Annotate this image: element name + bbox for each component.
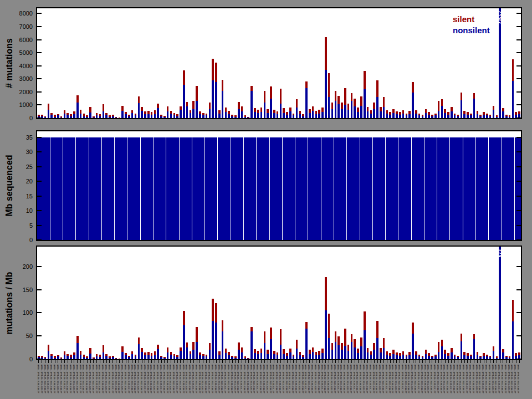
- bar-nonsilent-segment: [512, 81, 514, 118]
- y-tick-label: 0: [7, 356, 33, 362]
- bar-stack: [347, 104, 350, 118]
- x-tick-label-text: W0X84-1PRT-06-0188-01A-TP: [182, 365, 184, 393]
- y-tick-label: 5000: [7, 49, 33, 56]
- bar-stack: [241, 106, 243, 118]
- x-tick-label-text: W0X84-1PRT-06-0188-01A-TP: [359, 365, 361, 393]
- bar-nonsilent-segment: [66, 115, 69, 118]
- y-tick-label: 6000: [7, 37, 33, 43]
- bar-nonsilent-segment: [270, 99, 272, 118]
- bar-stack: [112, 356, 114, 359]
- bar-nonsilent-segment: [115, 359, 117, 359]
- bar-nonsilent-segment: [354, 347, 356, 360]
- bar-nonsilent-segment: [48, 110, 50, 118]
- bar-nonsilent-segment: [206, 115, 208, 118]
- bar-nonsilent-segment: [457, 357, 459, 359]
- bar-nonsilent-segment: [431, 357, 433, 359]
- bar-nonsilent-segment: [238, 109, 240, 119]
- bar-nonsilent-segment: [222, 331, 224, 359]
- bar-stack: [96, 354, 98, 359]
- bar-stack: [96, 113, 98, 118]
- bar-nonsilent-segment: [202, 115, 204, 118]
- x-tick: [80, 360, 81, 363]
- bar-stack: [44, 116, 47, 119]
- bar-nonsilent-segment: [486, 356, 488, 359]
- x-tick-label-text: W0X84-1PRT-06-0188-01A-TP: [231, 365, 232, 393]
- bar-nonsilent-segment: [354, 106, 356, 118]
- bar-separator: [75, 137, 76, 240]
- bar-separator: [127, 137, 127, 240]
- x-tick: [226, 360, 226, 363]
- bar-stack: [254, 108, 256, 118]
- bar-stack: [119, 117, 121, 118]
- x-tick-label-text: W0X84-1PRT-06-0214-02B-TP: [57, 365, 58, 393]
- bar-nonsilent-segment: [57, 356, 59, 359]
- bar-nonsilent-segment: [502, 111, 504, 118]
- x-tick: [461, 360, 462, 363]
- bar-stack: [477, 111, 479, 118]
- bar-nonsilent-segment: [173, 115, 176, 118]
- bar-stack: [505, 115, 508, 118]
- bar-nonsilent-segment: [167, 111, 169, 118]
- x-tick: [197, 360, 197, 363]
- bar-stack: [425, 350, 427, 359]
- bar-stack: [428, 353, 430, 359]
- x-tick: [341, 360, 342, 363]
- bar-separator: [192, 137, 192, 240]
- x-tick: [203, 360, 203, 363]
- x-tick-label-text: W0X84-1PRT-05-0427-01A-TP: [510, 365, 512, 393]
- x-tick-label-text: W0X84-1PRT-02-0333-01A-TP: [421, 365, 422, 393]
- bar-stack: [76, 336, 79, 359]
- bar-nonsilent-segment: [357, 112, 359, 118]
- x-tick-label-text: W0X84-1PRT-06-0155-03C-TP: [208, 365, 209, 393]
- x-tick-label-text: W0X84-1PRT-06-0155-03C-TP: [144, 365, 145, 393]
- bar-nonsilent-segment: [44, 117, 47, 118]
- bar-stack: [93, 357, 95, 359]
- bar-nonsilent-segment: [337, 345, 340, 359]
- bar-stack: [496, 356, 498, 359]
- bar-stack: [473, 334, 475, 359]
- bar-stack: [454, 114, 456, 118]
- bar-stack: [254, 349, 256, 359]
- bar-nonsilent-segment: [76, 103, 79, 118]
- y-tick-label: 5: [7, 222, 33, 229]
- y-tick-label: 25: [7, 163, 33, 170]
- bar-stack: [170, 352, 172, 359]
- bar-stack: [121, 346, 124, 359]
- x-tick: [303, 360, 304, 363]
- x-tick-label-text: W0X84-1PRT-02-0333-01A-TP: [340, 365, 341, 393]
- x-tick-label-text: W0X84-1PRT-05-0427-01A-TP: [156, 365, 158, 393]
- x-tick-label-text: W0X84-1PRT-06-0214-02B-TP: [73, 365, 74, 393]
- bar-stack: [121, 106, 124, 118]
- bar-nonsilent-segment: [328, 338, 330, 359]
- bar-nonsilent-segment: [425, 354, 427, 360]
- x-tick-label-text: W0X84-1PRT-06-0188-01A-TP: [488, 365, 490, 393]
- bar-stack: [418, 114, 421, 118]
- x-tick-label-text: W0X84-1PRT-05-0427-01A-TP: [366, 365, 367, 393]
- x-tick-label-text: W0X84-1PRT-05-0427-01A-TP: [124, 365, 126, 393]
- bar-stack: [257, 351, 259, 360]
- bar-nonsilent-segment: [444, 354, 446, 360]
- bar-stack: [351, 334, 353, 359]
- y-tick: [37, 225, 42, 226]
- bar-separator: [217, 137, 218, 240]
- x-tick: [229, 360, 229, 363]
- legend-label-nonsilent: nonsilent: [453, 25, 490, 35]
- x-tick-label-text: W0X84-1PRT-05-0427-01A-TP: [237, 365, 238, 393]
- x-tick-label-text: W0X84-1PRT-06-0188-01A-TP: [279, 365, 280, 393]
- bar-nonsilent-segment: [109, 358, 111, 359]
- bar-nonsilent-segment: [64, 114, 66, 118]
- bar-stack: [444, 350, 446, 359]
- x-tick: [103, 360, 104, 363]
- bar-nonsilent-segment: [199, 114, 201, 118]
- bar-stack: [154, 351, 156, 359]
- x-tick-label-text: W0X84-1PRT-06-0155-03C-TP: [240, 365, 242, 393]
- bar-stack: [457, 356, 459, 359]
- bar-nonsilent-segment: [80, 355, 82, 359]
- bar-stack: [186, 102, 188, 119]
- bar-nonsilent-segment: [283, 113, 285, 118]
- bar-nonsilent-segment: [451, 111, 453, 118]
- bar-nonsilent-segment: [212, 321, 214, 359]
- bar-stack: [360, 96, 362, 118]
- bar-separator: [243, 137, 244, 240]
- bar-stack: [196, 86, 198, 118]
